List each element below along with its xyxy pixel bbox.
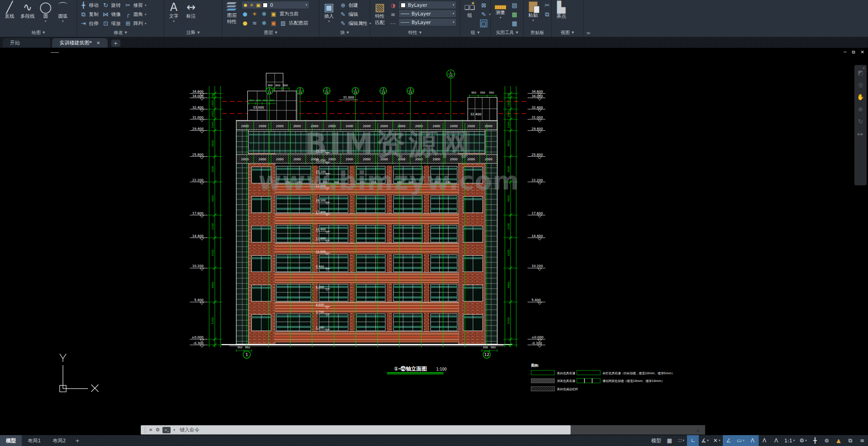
block-edit[interactable]: ✎编辑 bbox=[338, 10, 372, 19]
linetype-icon[interactable]: ⋯ bbox=[389, 20, 397, 27]
autoscale-icon[interactable]: Λ bbox=[759, 435, 770, 446]
layer-properties-button[interactable]: 图层特性 bbox=[224, 1, 240, 25]
tab-drawing[interactable]: 实训楼建筑图* ✕ bbox=[52, 38, 108, 48]
trim-tool[interactable]: ✂修剪▾ bbox=[123, 1, 147, 10]
polar-tracking-icon[interactable]: ∡▾ bbox=[699, 435, 711, 446]
move-tool[interactable]: ╋移动 bbox=[79, 1, 99, 10]
copy-tool[interactable]: ⧉复制 bbox=[79, 10, 99, 19]
panel-title-块[interactable]: 块▼ bbox=[319, 28, 370, 37]
new-tab-button[interactable]: + bbox=[111, 40, 120, 47]
tab-close-icon[interactable]: ✕ bbox=[97, 40, 100, 45]
pan-icon[interactable]: ✋ bbox=[857, 94, 864, 100]
navbar-close-icon[interactable]: ✕ bbox=[862, 65, 865, 71]
model-tab[interactable]: 模型 bbox=[0, 435, 22, 446]
annotation-visibility-icon[interactable]: Λ bbox=[747, 435, 759, 446]
grid-display-icon[interactable]: ▦ bbox=[663, 435, 675, 446]
group-edit[interactable]: ✎▾ bbox=[479, 10, 492, 19]
mirror-tool[interactable]: ⋈镜像 bbox=[101, 10, 122, 19]
color-dropdown[interactable]: ByLayer▾ bbox=[398, 1, 456, 9]
layer-off-icon[interactable]: ● bbox=[241, 11, 249, 17]
quick-calc[interactable]: ▦ bbox=[510, 19, 519, 28]
copy-clip[interactable]: ⧉ bbox=[543, 10, 552, 19]
match-properties-button[interactable]: ▧特性匹配 bbox=[372, 1, 387, 26]
layer-unlock-icon[interactable]: ▣ bbox=[270, 20, 277, 26]
isolate-objects-icon[interactable]: ⊚ bbox=[821, 435, 833, 446]
dynamic-input-icon[interactable]: ∠ bbox=[723, 435, 735, 446]
zoom-extents-icon[interactable]: ⊕ bbox=[858, 106, 863, 112]
workspace-gear-icon[interactable]: ⚙▾ bbox=[797, 435, 809, 446]
paste-button[interactable]: 粘贴▾ bbox=[525, 1, 541, 23]
ungroup[interactable]: ⊠ bbox=[479, 1, 492, 10]
quick-select[interactable]: ▤ bbox=[510, 1, 519, 10]
cut-clip[interactable]: ✂ bbox=[543, 1, 552, 10]
dimension-tool[interactable]: ↔标注 bbox=[183, 1, 199, 20]
crosshair-icon[interactable]: ╋ bbox=[809, 435, 821, 446]
layer-walk-icon[interactable]: ≋ bbox=[251, 20, 258, 26]
panel-title-实用工具[interactable]: 实用工具▼ bbox=[491, 28, 523, 37]
group-button[interactable]: ❏❏✶组 bbox=[462, 1, 477, 19]
osnap-tracking-icon[interactable]: ✕▾ bbox=[711, 435, 723, 446]
insert-block-button[interactable]: ▣插入▾ bbox=[321, 1, 337, 24]
model-space-toggle[interactable]: 模型 bbox=[649, 435, 663, 446]
fullscreen-icon[interactable]: ⧉ bbox=[844, 435, 856, 446]
scale-value[interactable]: 1:1▾ bbox=[782, 435, 797, 446]
text-tool[interactable]: A文字▾ bbox=[166, 1, 181, 24]
circle-tool[interactable]: ◯圆▾ bbox=[38, 1, 54, 24]
layer-lock-icon[interactable]: ▣ bbox=[270, 11, 277, 17]
history-up-icon[interactable]: ▲ bbox=[696, 428, 700, 432]
tab-start[interactable]: 开始 bbox=[3, 38, 50, 48]
panel-title-剪贴板[interactable]: 剪贴板 bbox=[524, 28, 551, 37]
ortho-mode-icon[interactable]: ∟ bbox=[687, 435, 699, 446]
drawing-canvas[interactable]: 2000200020002000200020002000200020002000… bbox=[0, 48, 868, 435]
panel-title-修改[interactable]: 修改▼ bbox=[77, 28, 164, 37]
block-create[interactable]: ⊕创建 bbox=[338, 1, 372, 10]
base-point-button[interactable]: ▙基点 bbox=[554, 1, 569, 20]
array-tool[interactable]: ⊞阵列▾ bbox=[123, 19, 147, 28]
doc-close-icon[interactable]: ✕ bbox=[861, 50, 864, 55]
layer-freeze-icon[interactable]: ✻ bbox=[260, 11, 268, 17]
command-prompt-icon[interactable]: >_ bbox=[162, 427, 171, 433]
layer-isolate-icon[interactable]: ☀ bbox=[251, 11, 258, 17]
annotation-scale-icon[interactable]: Λ bbox=[770, 435, 782, 446]
layer-thaw-icon[interactable]: ✻ bbox=[260, 20, 268, 26]
snap-mode-icon[interactable]: ∷▾ bbox=[675, 435, 687, 446]
wrench-icon[interactable]: ⚙ bbox=[155, 427, 160, 433]
layout2-tab[interactable]: 布局2 bbox=[47, 435, 72, 446]
steering-wheel-icon[interactable]: ◎ bbox=[858, 82, 863, 88]
lineweight-icon[interactable]: ≡ bbox=[389, 11, 397, 18]
command-close-icon[interactable]: ✕ bbox=[149, 427, 152, 432]
object-snap-icon[interactable]: ▭▾ bbox=[735, 435, 747, 446]
select-similar[interactable]: ▩ bbox=[510, 10, 519, 19]
orbit-icon[interactable]: ↻ bbox=[858, 119, 863, 124]
doc-restore-icon[interactable]: ⧉ bbox=[852, 50, 855, 55]
command-line[interactable]: ✕ ⚙ >_ ▾ 键入命令 bbox=[141, 425, 571, 435]
panel-title-注释[interactable]: 注释▼ bbox=[164, 28, 222, 37]
panel-title-图层[interactable]: 图层▼ bbox=[222, 28, 319, 37]
panel-title-特性[interactable]: 特性▼ bbox=[370, 28, 460, 37]
ribbon-overflow[interactable]: ≫ bbox=[584, 0, 593, 37]
menu-icon[interactable]: ≡ bbox=[856, 435, 868, 446]
hardware-accel-icon[interactable]: ▲ bbox=[833, 435, 844, 446]
layer-merge-icon[interactable]: ▨ bbox=[280, 20, 287, 26]
block-edit-attrib[interactable]: ✎编辑属性▾ bbox=[338, 19, 372, 28]
layer-on-icon[interactable]: ● bbox=[241, 20, 249, 26]
doc-minimize-icon[interactable]: ─ bbox=[843, 50, 846, 55]
make-current-button[interactable]: 置为当前 bbox=[280, 11, 299, 17]
panel-title-绘图[interactable]: 绘图▼ bbox=[0, 28, 77, 37]
lineweight-dropdown[interactable]: ───ByLayer▾ bbox=[398, 10, 456, 18]
measure-button[interactable]: 测量▾ bbox=[493, 1, 508, 20]
linetype-dropdown[interactable]: ┄┄┄ByLayer▾ bbox=[398, 18, 456, 26]
panel-title-组[interactable]: 组▼ bbox=[460, 28, 490, 37]
layout1-tab[interactable]: 布局1 bbox=[22, 435, 47, 446]
fillet-tool[interactable]: ╭圆角▾ bbox=[123, 10, 147, 19]
stretch-tool[interactable]: ⇥拉伸 bbox=[79, 19, 99, 28]
arc-tool[interactable]: ⌒圆弧▾ bbox=[55, 1, 71, 24]
match-layer-button[interactable]: 匹配图层 bbox=[289, 20, 308, 26]
rotate-tool[interactable]: ↻旋转 bbox=[101, 1, 122, 10]
showmotion-icon[interactable]: ▸▸ bbox=[858, 131, 863, 137]
polyline-tool[interactable]: ∿多段线 bbox=[19, 1, 36, 20]
command-dropdown-icon[interactable]: ▾ bbox=[173, 428, 175, 432]
line-tool[interactable]: ╱直线 bbox=[2, 1, 17, 20]
group-selection-toggle[interactable]: ▢ bbox=[479, 19, 492, 28]
color-wheel-icon[interactable]: ◑ bbox=[389, 2, 397, 9]
